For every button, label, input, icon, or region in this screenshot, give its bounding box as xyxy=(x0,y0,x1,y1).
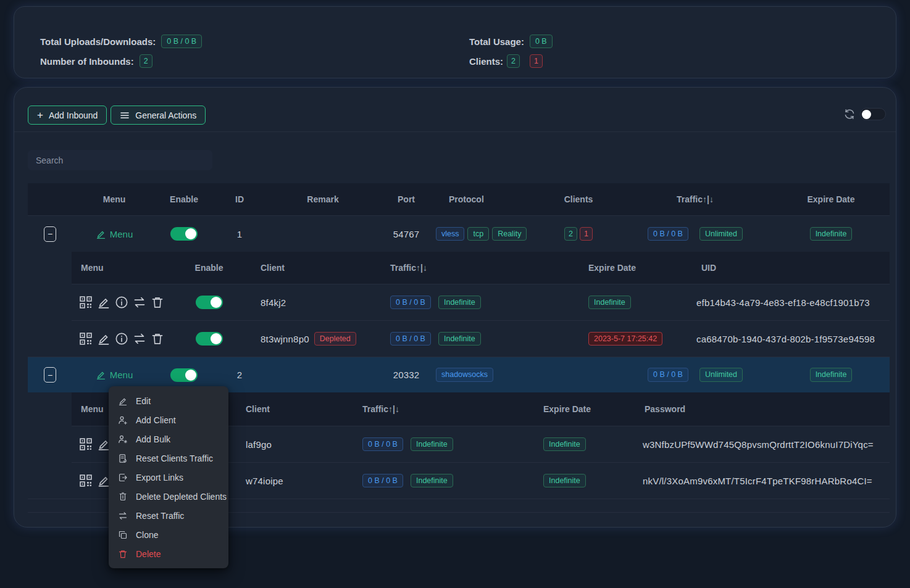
client-uid: efb14b43-4a79-4e83-ef18-e48cf1901b73 xyxy=(695,297,890,308)
qrcode-icon[interactable] xyxy=(79,296,93,309)
header-expire-date: Expire Date xyxy=(541,404,643,414)
enable-toggle[interactable] xyxy=(170,227,198,241)
inbound-port: 20332 xyxy=(378,370,434,380)
add-inbound-label: Add Inbound xyxy=(49,110,98,120)
trash-icon[interactable] xyxy=(151,296,164,309)
search-input[interactable] xyxy=(28,150,212,170)
reset-traffic-icon[interactable] xyxy=(133,332,146,346)
enable-toggle[interactable] xyxy=(170,368,198,382)
info-icon[interactable] xyxy=(115,332,128,346)
traffic-limit-tag: Indefinite xyxy=(438,296,481,309)
stat-clients-label: Clients: xyxy=(469,56,503,67)
stats-panel: Total Uploads/Downloads: 0 B / 0 B Numbe… xyxy=(14,6,896,78)
collapse-button[interactable]: − xyxy=(44,226,56,242)
expire-tag: Indefinite xyxy=(588,296,631,309)
stat-number-inbounds: Number of Inbounds: 2 xyxy=(40,54,152,68)
protocol-tag: tcp xyxy=(467,227,489,241)
stat-clients: Clients: 2 1 xyxy=(469,54,543,68)
general-actions-label: General Actions xyxy=(135,110,196,120)
traffic-limit-tag: Indefinite xyxy=(411,474,453,487)
client-name: 8t3wjnn8p0 xyxy=(261,334,309,344)
client-password: nkV/l/3XoAm9v6xMT/T5IcrF4TpeTKF98rHARbRo… xyxy=(643,476,890,486)
menu-item-clone[interactable]: Clone xyxy=(109,525,228,544)
edit-icon xyxy=(96,370,106,380)
header-traffic[interactable]: Traffic↑|↓ xyxy=(618,194,772,204)
minus-icon: − xyxy=(48,371,52,379)
expire-tag: 2023-5-7 17:25:42 xyxy=(588,332,662,346)
file-reset-icon xyxy=(118,453,128,463)
header-traffic[interactable]: Traffic↑|↓ xyxy=(362,263,553,273)
stat-uploads-label: Total Uploads/Downloads: xyxy=(40,36,156,47)
delete-depleted-icon xyxy=(118,492,128,502)
menu-item-delete-depleted-clients[interactable]: Delete Depleted Clients xyxy=(109,487,228,506)
menu-item-add-bulk[interactable]: Add Bulk xyxy=(109,429,228,449)
inbound-id: 1 xyxy=(212,229,267,239)
collapse-button[interactable]: − xyxy=(44,367,56,383)
protocol-tag: shadowsocks xyxy=(436,368,493,381)
stat-clients-active: 2 xyxy=(507,54,520,68)
traffic-tag: 0 B / 0 B xyxy=(362,474,403,487)
menu-item-edit[interactable]: Edit xyxy=(109,391,228,410)
menu-item-export-links[interactable]: Export Links xyxy=(109,468,228,487)
header-expire-date: Expire Date xyxy=(772,194,890,204)
header-traffic[interactable]: Traffic↑|↓ xyxy=(362,404,541,414)
traffic-tag: 0 B / 0 B xyxy=(648,368,688,381)
inbound-menu-button[interactable]: Menu xyxy=(96,229,133,239)
enable-toggle[interactable] xyxy=(196,296,223,309)
stat-total-uploads: Total Uploads/Downloads: 0 B / 0 B xyxy=(40,35,202,48)
plus-icon: + xyxy=(37,110,43,120)
add-inbound-button[interactable]: + Add Inbound xyxy=(28,106,107,125)
clients-header-row: Menu Enable Client Traffic↑|↓ Expire Dat… xyxy=(72,252,890,284)
reset-icon xyxy=(118,511,128,521)
protocol-tag: vless xyxy=(436,227,464,241)
stat-usage-label: Total Usage: xyxy=(469,36,524,47)
client-name: w74ioipe xyxy=(238,476,362,486)
qrcode-icon[interactable] xyxy=(79,332,93,346)
stat-clients-depleted: 1 xyxy=(530,54,543,68)
header-enable: Enable xyxy=(156,194,212,204)
inbound-port: 54767 xyxy=(378,229,434,239)
header-password: Password xyxy=(643,404,890,414)
trash-icon[interactable] xyxy=(151,332,164,346)
edit-icon[interactable] xyxy=(97,332,111,346)
client-uid: ca68470b-1940-437d-802b-1f9573e94598 xyxy=(695,334,890,344)
header-protocol: Protocol xyxy=(434,194,539,204)
traffic-limit-tag: Indefinite xyxy=(411,437,453,451)
refresh-icon[interactable] xyxy=(843,108,856,120)
expire-tag: Indefinite xyxy=(810,227,853,241)
enable-toggle[interactable] xyxy=(196,332,223,346)
menu-item-delete[interactable]: Delete xyxy=(109,544,228,563)
qrcode-icon[interactable] xyxy=(79,474,93,487)
stat-uploads-value: 0 B / 0 B xyxy=(161,35,202,48)
traffic-tag: 0 B / 0 B xyxy=(390,296,431,309)
protocol-tag: Reality xyxy=(492,227,527,241)
client-name: laf9go xyxy=(238,439,362,450)
menu-item-reset-traffic[interactable]: Reset Traffic xyxy=(109,506,228,525)
users-add-icon xyxy=(118,434,128,444)
edit-icon xyxy=(118,396,128,406)
header-port: Port xyxy=(378,194,434,204)
traffic-tag: 0 B / 0 B xyxy=(648,227,688,241)
traffic-tag: 0 B / 0 B xyxy=(390,332,431,346)
header-clients: Clients xyxy=(539,194,618,204)
dark-mode-toggle[interactable] xyxy=(860,108,886,120)
hamburger-icon xyxy=(120,110,130,120)
menu-item-add-client[interactable]: Add Client xyxy=(109,410,228,429)
user-add-icon xyxy=(118,415,128,425)
edit-icon[interactable] xyxy=(97,296,111,309)
traffic-tag: 0 B / 0 B xyxy=(362,437,403,451)
header-enable: Enable xyxy=(180,263,238,273)
info-icon[interactable] xyxy=(115,296,128,309)
reset-traffic-icon[interactable] xyxy=(133,296,146,309)
header-menu: Menu xyxy=(72,263,180,273)
traffic-limit-tag: Unlimited xyxy=(699,368,743,381)
header-uid: UID xyxy=(695,263,890,273)
header-id: ID xyxy=(212,194,267,204)
qrcode-icon[interactable] xyxy=(79,437,93,451)
menu-item-reset-clients-traffic[interactable]: Reset Clients Traffic xyxy=(109,449,228,468)
header-expire-date: Expire Date xyxy=(553,263,695,273)
general-actions-button[interactable]: General Actions xyxy=(111,106,206,125)
inbound-menu-button[interactable]: Menu xyxy=(96,370,133,380)
export-icon xyxy=(118,473,128,482)
inbound-context-menu: Edit Add Client Add Bulk Reset Clients T… xyxy=(109,386,228,568)
